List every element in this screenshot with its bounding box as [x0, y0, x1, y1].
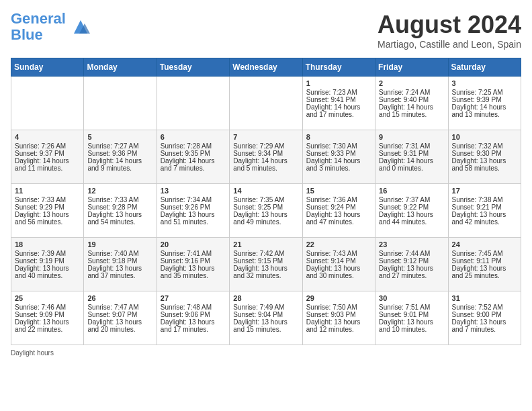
day-info: Sunset: 9:19 PM — [15, 257, 80, 265]
day-number: 2 — [379, 79, 444, 87]
week-row-4: 18Sunrise: 7:39 AMSunset: 9:19 PMDayligh… — [11, 238, 521, 291]
day-info: Daylight: 13 hours and 40 minutes. — [15, 265, 80, 279]
day-info: Daylight: 13 hours and 22 minutes. — [15, 318, 80, 333]
calendar-cell — [11, 77, 84, 130]
day-number: 26 — [87, 294, 152, 302]
day-info: Sunset: 9:01 PM — [379, 311, 444, 318]
day-info: Sunset: 9:41 PM — [306, 96, 371, 103]
day-info: Sunset: 9:37 PM — [15, 150, 80, 157]
day-info: Sunrise: 7:24 AM — [379, 89, 444, 96]
day-number: 16 — [379, 187, 444, 195]
day-info: Daylight: 14 hours and 3 minutes. — [306, 157, 371, 172]
day-number: 23 — [379, 240, 444, 248]
day-info: Sunrise: 7:25 AM — [452, 89, 517, 96]
day-number: 18 — [15, 240, 80, 248]
day-info: Daylight: 14 hours and 13 minutes. — [452, 103, 517, 118]
calendar-cell: 26Sunrise: 7:47 AMSunset: 9:07 PMDayligh… — [84, 291, 157, 345]
day-info: Sunrise: 7:52 AM — [452, 304, 517, 311]
day-number: 3 — [452, 79, 517, 87]
calendar-cell: 27Sunrise: 7:48 AMSunset: 9:06 PMDayligh… — [157, 291, 229, 345]
day-number: 30 — [379, 294, 444, 302]
calendar-cell: 7Sunrise: 7:29 AMSunset: 9:34 PMDaylight… — [230, 130, 302, 184]
day-info: Daylight: 14 hours and 11 minutes. — [15, 157, 80, 172]
calendar-cell: 19Sunrise: 7:40 AMSunset: 9:18 PMDayligh… — [84, 238, 157, 291]
day-info: Sunrise: 7:43 AM — [306, 250, 371, 257]
day-info: Daylight: 13 hours and 49 minutes. — [233, 211, 298, 226]
day-info: Sunset: 9:03 PM — [306, 311, 371, 318]
day-info: Daylight: 13 hours and 54 minutes. — [87, 211, 152, 226]
day-info: Sunrise: 7:39 AM — [15, 250, 80, 257]
day-info: Sunrise: 7:41 AM — [161, 250, 226, 257]
day-info: Sunrise: 7:32 AM — [452, 142, 517, 150]
day-number: 28 — [233, 294, 298, 302]
logo-icon — [67, 13, 94, 40]
day-header-monday: Monday — [84, 58, 157, 77]
calendar-cell: 4Sunrise: 7:26 AMSunset: 9:37 PMDaylight… — [11, 130, 84, 184]
day-info: Daylight: 13 hours and 20 minutes. — [87, 318, 152, 333]
day-info: Sunrise: 7:29 AM — [233, 142, 298, 150]
day-info: Daylight: 13 hours and 35 minutes. — [161, 265, 226, 279]
day-info: Daylight: 14 hours and 15 minutes. — [379, 103, 444, 118]
day-info: Daylight: 13 hours and 27 minutes. — [379, 265, 444, 279]
day-info: Sunrise: 7:48 AM — [161, 304, 226, 311]
calendar-cell: 17Sunrise: 7:38 AMSunset: 9:21 PMDayligh… — [448, 184, 521, 238]
day-number: 22 — [306, 240, 371, 248]
day-info: Sunrise: 7:26 AM — [15, 142, 80, 150]
calendar-table: SundayMondayTuesdayWednesdayThursdayFrid… — [11, 58, 521, 345]
day-info: Sunset: 9:22 PM — [379, 203, 444, 211]
day-info: Sunset: 9:15 PM — [233, 257, 298, 265]
calendar-cell: 29Sunrise: 7:50 AMSunset: 9:03 PMDayligh… — [302, 291, 375, 345]
calendar-cell — [230, 77, 302, 130]
day-info: Sunrise: 7:44 AM — [379, 250, 444, 257]
day-info: Sunset: 9:34 PM — [233, 150, 298, 157]
logo-text: General Blue — [11, 11, 66, 43]
calendar-cell: 16Sunrise: 7:37 AMSunset: 9:22 PMDayligh… — [375, 184, 448, 238]
day-info: Sunset: 9:12 PM — [379, 257, 444, 265]
day-number: 31 — [452, 294, 517, 302]
day-number: 11 — [15, 187, 80, 195]
day-info: Sunrise: 7:38 AM — [452, 196, 517, 203]
day-number: 21 — [233, 240, 298, 248]
day-info: Sunrise: 7:27 AM — [87, 142, 152, 150]
day-info: Sunrise: 7:37 AM — [379, 196, 444, 203]
calendar-cell: 3Sunrise: 7:25 AMSunset: 9:39 PMDaylight… — [448, 77, 521, 130]
day-info: Sunset: 9:00 PM — [452, 311, 517, 318]
calendar-cell: 20Sunrise: 7:41 AMSunset: 9:16 PMDayligh… — [157, 238, 229, 291]
day-info: Daylight: 13 hours and 56 minutes. — [15, 211, 80, 226]
footer-note: Daylight hours — [11, 349, 521, 357]
day-info: Daylight: 13 hours and 32 minutes. — [233, 265, 298, 279]
month-title: August 2024 — [378, 11, 521, 39]
calendar-cell: 13Sunrise: 7:34 AMSunset: 9:26 PMDayligh… — [157, 184, 229, 238]
day-header-thursday: Thursday — [302, 58, 375, 77]
day-info: Sunrise: 7:36 AM — [306, 196, 371, 203]
day-number: 14 — [233, 187, 298, 195]
day-info: Daylight: 14 hours and 7 minutes. — [161, 157, 226, 172]
location: Martiago, Castille and Leon, Spain — [378, 39, 521, 50]
page-header: General Blue August 2024 Martiago, Casti… — [11, 11, 521, 50]
day-info: Sunrise: 7:34 AM — [161, 196, 226, 203]
day-info: Sunset: 9:16 PM — [161, 257, 226, 265]
day-number: 1 — [306, 79, 371, 87]
day-info: Daylight: 13 hours and 25 minutes. — [452, 265, 517, 279]
day-info: Daylight: 13 hours and 58 minutes. — [452, 157, 517, 172]
day-number: 9 — [379, 133, 444, 141]
day-info: Daylight: 14 hours and 17 minutes. — [306, 103, 371, 118]
week-row-5: 25Sunrise: 7:46 AMSunset: 9:09 PMDayligh… — [11, 291, 521, 345]
day-info: Sunrise: 7:46 AM — [15, 304, 80, 311]
day-number: 19 — [87, 240, 152, 248]
day-info: Daylight: 13 hours and 42 minutes. — [452, 211, 517, 226]
day-info: Sunrise: 7:47 AM — [87, 304, 152, 311]
day-info: Daylight: 14 hours and 5 minutes. — [233, 157, 298, 172]
day-number: 29 — [306, 294, 371, 302]
day-number: 7 — [233, 133, 298, 141]
day-number: 10 — [452, 133, 517, 141]
calendar-cell: 31Sunrise: 7:52 AMSunset: 9:00 PMDayligh… — [448, 291, 521, 345]
calendar-cell: 8Sunrise: 7:30 AMSunset: 9:33 PMDaylight… — [302, 130, 375, 184]
calendar-cell: 14Sunrise: 7:35 AMSunset: 9:25 PMDayligh… — [230, 184, 302, 238]
day-info: Daylight: 13 hours and 51 minutes. — [161, 211, 226, 226]
logo: General Blue — [11, 11, 94, 43]
calendar-cell: 2Sunrise: 7:24 AMSunset: 9:40 PMDaylight… — [375, 77, 448, 130]
day-header-friday: Friday — [375, 58, 448, 77]
week-row-3: 11Sunrise: 7:33 AMSunset: 9:29 PMDayligh… — [11, 184, 521, 238]
day-info: Sunrise: 7:33 AM — [15, 196, 80, 203]
